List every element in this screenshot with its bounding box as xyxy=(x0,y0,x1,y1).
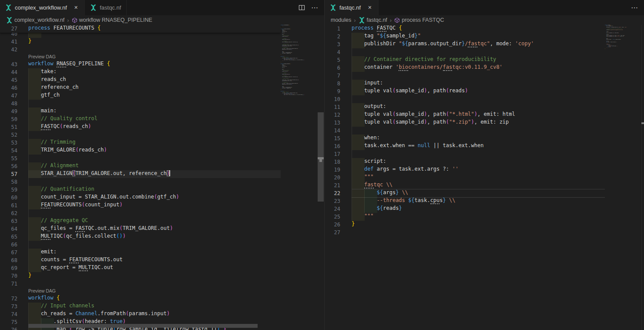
code-line[interactable]: 66 xyxy=(0,241,324,249)
code-line[interactable]: 3 publishDir "${params.output_dir}/fastq… xyxy=(325,40,644,48)
code-line[interactable]: 70} xyxy=(0,272,324,280)
sticky-scroll-line[interactable]: 27process FEATURECOUNTS { xyxy=(0,25,281,33)
code-line[interactable]: 17 xyxy=(325,150,644,158)
breadcrumb-file[interactable]: fastqc.nf xyxy=(359,17,387,24)
code-token xyxy=(399,189,402,195)
code-line[interactable]: 12 tuple val(sample_id), path("*.html"),… xyxy=(325,111,644,119)
code-line[interactable]: 62 xyxy=(0,209,324,217)
code-line[interactable]: 53 // Trimming xyxy=(0,139,324,147)
code-line[interactable]: 44 take: xyxy=(0,68,324,76)
code-line[interactable]: 24 ${reads} xyxy=(325,205,644,213)
code-line[interactable]: 45 reads_ch xyxy=(0,76,324,84)
code-editor-right[interactable]: 1process FASTQC {2 tag "${sample_id}"3 p… xyxy=(325,25,644,330)
tab-fastqc-left[interactable]: fastqc.nf xyxy=(85,0,127,15)
code-line[interactable]: 1process FASTQC { xyxy=(325,25,644,33)
code-line[interactable]: 5 // Container directive for reproducibi… xyxy=(325,56,644,64)
code-line[interactable]: 20 """ xyxy=(325,174,644,182)
code-line[interactable]: 65 MULTIQC(qc_files.collect()) xyxy=(0,233,324,241)
code-line[interactable]: 61 FEATURECOUNTS(count_input) xyxy=(0,202,324,209)
code-line[interactable]: 64 qc_files = FASTQC.out.mix(TRIM_GALORE… xyxy=(0,225,324,233)
code-line[interactable]: 4 xyxy=(325,48,644,56)
code-line[interactable]: 68 counts = FEATURECOUNTS.out xyxy=(0,256,324,264)
indent-guide xyxy=(352,72,352,80)
codelens-preview-dag[interactable]: Preview DAG xyxy=(28,54,56,61)
code-line[interactable]: 47 gtf_ch xyxy=(0,92,324,100)
code-editor-left[interactable]: 40 """41}42Preview DAG43workflow RNASEQ_… xyxy=(0,25,324,330)
code-token: ) xyxy=(292,46,292,47)
code-line[interactable]: 51 FASTQC(reads_ch) xyxy=(0,123,324,131)
code-line[interactable]: 26} xyxy=(325,221,644,229)
code-line[interactable]: 14 xyxy=(325,127,644,135)
code-token: TQC.out.mix xyxy=(85,225,119,231)
codelens-preview-dag[interactable]: Preview DAG xyxy=(28,288,56,295)
code-line[interactable]: 69 qc_report = MULTIQC.out xyxy=(0,264,324,272)
code-line[interactable]: 43workflow RNASEQ_PIPELINE { xyxy=(0,61,324,68)
code-line[interactable]: 18 script: xyxy=(325,158,644,166)
indent-guide xyxy=(28,241,29,249)
code-line[interactable]: 55 xyxy=(0,155,324,162)
code-token: publishDir xyxy=(605,27,610,27)
code-line[interactable]: 19 def args = task.ext.args ?: '' xyxy=(325,166,644,174)
code-line[interactable]: 23 --threads ${task.cpus} \\ xyxy=(325,197,644,205)
tab-complex-workflow[interactable]: complex_workflow.nf ✕ xyxy=(0,0,85,15)
code-line[interactable]: 54 TRIM_GALORE(reads_ch) xyxy=(0,147,324,155)
line-number: 75 xyxy=(0,318,17,326)
breadcrumb-symbol[interactable]: workflow RNASEQ_PIPELINE xyxy=(72,17,152,23)
code-line[interactable]: 72workflow { xyxy=(0,295,324,303)
code-token: tuple val xyxy=(352,119,392,125)
code-line[interactable]: 10 xyxy=(325,95,644,103)
code-line[interactable]: 46 reference_ch xyxy=(0,84,324,92)
code-text: FASTQC(reads_ch) xyxy=(28,123,91,131)
code-line[interactable]: 42 xyxy=(0,46,324,54)
code-line[interactable]: 71 xyxy=(0,280,324,288)
code-token: \\ xyxy=(617,46,617,47)
indent-guide xyxy=(352,127,352,135)
code-line[interactable]: 49 main: xyxy=(0,108,324,115)
code-line[interactable]: 11 output: xyxy=(325,103,644,111)
minimap[interactable]: process FASTQC { tag "${sample_id}" publ… xyxy=(605,25,630,330)
minimap[interactable]: process FEATURECOUNTS { """}workflow RNA… xyxy=(281,25,318,330)
close-icon[interactable]: ✕ xyxy=(73,4,79,11)
code-line[interactable]: 25 """ xyxy=(325,213,644,221)
more-actions-icon[interactable]: ⋯ xyxy=(311,4,318,11)
code-line[interactable]: 7 xyxy=(325,72,644,80)
code-line[interactable]: 52 xyxy=(0,131,324,139)
split-editor-icon[interactable] xyxy=(299,4,305,11)
code-line[interactable]: 27 xyxy=(325,229,644,236)
code-line[interactable]: 41} xyxy=(0,38,324,46)
code-token xyxy=(28,217,41,223)
code-line[interactable]: 50 // Quality control xyxy=(0,115,324,123)
code-line[interactable]: 48 xyxy=(0,100,324,108)
code-line[interactable]: 59 // Quantification xyxy=(0,186,324,194)
code-line[interactable]: 22 ${args} \\ xyxy=(325,189,644,197)
code-token: ( xyxy=(63,233,66,239)
nextflow-file-icon xyxy=(90,4,97,11)
tab-fastqc-right[interactable]: fastqc.nf ✕ xyxy=(325,0,379,15)
code-line[interactable]: 13 tuple val(sample_id), path("*.zip"), … xyxy=(325,119,644,127)
breadcrumb-file[interactable]: complex_workflow.nf xyxy=(6,17,64,24)
line-number: 43 xyxy=(0,61,17,68)
code-line[interactable]: 21 fastqc \\ xyxy=(325,182,644,189)
code-line[interactable]: 58 xyxy=(0,178,324,186)
code-line[interactable]: 16 task.ext.when == null || task.ext.whe… xyxy=(325,142,644,150)
code-token: } xyxy=(304,60,305,61)
code-line[interactable]: 67 emit: xyxy=(0,249,324,256)
code-line[interactable]: 74 ch_reads = Channel.fromPath(params.in… xyxy=(0,310,324,318)
breadcrumb-symbol[interactable]: process FASTQC xyxy=(394,17,444,23)
code-line[interactable]: 57 STAR_ALIGN(TRIM_GALORE.out, reference… xyxy=(0,170,324,178)
code-line[interactable]: 15 when: xyxy=(325,135,644,142)
breadcrumb-folder[interactable]: modules xyxy=(331,17,351,23)
code-line[interactable]: 73 // Input channels xyxy=(0,303,324,310)
code-line[interactable]: 9 tuple val(sample_id), path(reads) xyxy=(325,88,644,95)
code-token: TRIM_GALORE xyxy=(281,74,286,74)
more-actions-icon[interactable]: ⋯ xyxy=(631,4,638,11)
code-line[interactable]: 60 count_input = STAR_ALIGN.out.combine(… xyxy=(0,194,324,202)
horizontal-scrollbar[interactable] xyxy=(28,324,258,328)
code-line[interactable]: 2 tag "${sample_id}" xyxy=(325,33,644,40)
code-line[interactable]: 6 container 'biocontainers/fastqc:v0.11.… xyxy=(325,64,644,72)
close-icon[interactable]: ✕ xyxy=(366,4,373,11)
code-line[interactable]: 8 input: xyxy=(325,80,644,88)
code-line[interactable]: 63 // Aggregate QC xyxy=(0,217,324,225)
code-token: ch_reads = xyxy=(28,310,75,317)
code-line[interactable]: 56 // Alignment xyxy=(0,162,324,170)
